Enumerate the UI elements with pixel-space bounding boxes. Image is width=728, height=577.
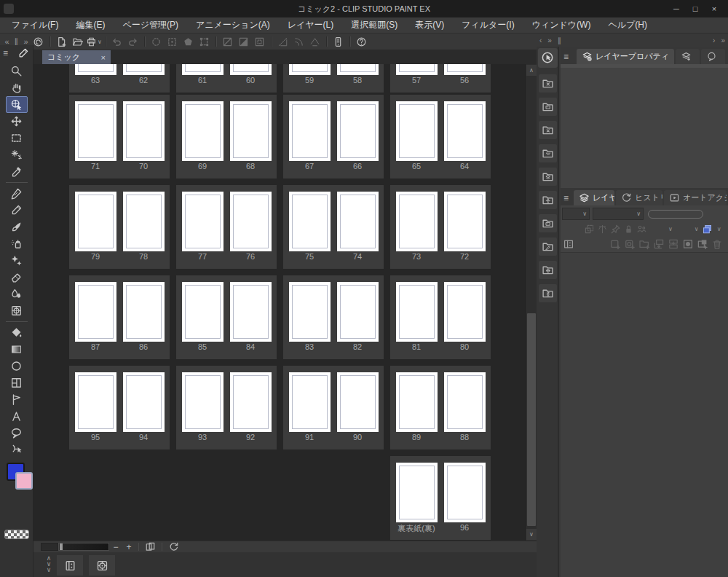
page-spread[interactable]: 59 58 (283, 64, 384, 93)
menu-item[interactable]: レイヤー(L) (279, 17, 343, 33)
page-thumbnail-right[interactable] (230, 372, 272, 432)
frame-border-tool[interactable] (6, 374, 28, 391)
minimize-button[interactable]: ─ (668, 3, 684, 15)
snap-grid-button[interactable] (307, 35, 323, 48)
page-thumbnail-left[interactable] (396, 463, 438, 522)
material-palette-8[interactable] (539, 238, 557, 256)
lock-transparent-button[interactable] (636, 224, 647, 235)
pencil-tool[interactable] (6, 202, 28, 219)
blend-tool[interactable] (6, 286, 28, 302)
maximize-button[interactable]: □ (687, 3, 703, 15)
layer-opacity-slider[interactable] (648, 210, 703, 219)
page-thumbnail-left[interactable] (289, 372, 331, 432)
decoration-tool[interactable] (6, 252, 28, 269)
page-thumbnail-left[interactable] (182, 101, 223, 161)
zoom-slider[interactable] (58, 543, 109, 551)
page-spread[interactable]: 83 82 (283, 275, 384, 359)
page-spread[interactable]: 73 72 (390, 185, 491, 269)
companion-mode-button[interactable] (331, 35, 347, 48)
page-thumbnail-left[interactable] (75, 101, 116, 161)
tab-auto-action[interactable]: オートアクション (664, 190, 727, 205)
page-thumbnail-left[interactable] (396, 64, 438, 75)
ruler-tool[interactable] (6, 391, 28, 408)
menu-item[interactable]: アニメーション(A) (187, 17, 279, 33)
line-correct-tool[interactable] (6, 441, 28, 458)
page-thumbnail-left[interactable] (182, 192, 223, 251)
eyedropper-tool[interactable] (6, 163, 28, 183)
page-spread[interactable]: 79 78 (69, 185, 170, 269)
zoom-value-box[interactable] (41, 543, 58, 551)
close-tab-icon[interactable]: × (101, 53, 106, 62)
redo-button[interactable] (125, 35, 141, 48)
new-layer-folder-button[interactable] (638, 238, 650, 250)
page-thumbnail-right[interactable] (444, 282, 486, 342)
material-palette-1[interactable] (539, 74, 557, 93)
tone-tool[interactable] (6, 302, 28, 322)
page-spread[interactable]: 61 60 (176, 64, 277, 93)
tool-palette-menu-icon[interactable]: ≡ (3, 48, 13, 58)
pen-tool[interactable] (6, 185, 28, 202)
page-spread[interactable]: 89 88 (390, 366, 491, 450)
tab-balloon[interactable] (701, 49, 725, 64)
page-thumbnail-left[interactable] (75, 372, 116, 432)
auto-select-tool[interactable] (6, 146, 28, 163)
menu-item[interactable]: ヘルプ(H) (599, 17, 656, 33)
page-spread[interactable]: 81 80 (390, 275, 491, 359)
page-spread[interactable]: 95 94 (69, 366, 170, 450)
layer-expression-select[interactable]: ∨ (593, 208, 644, 220)
material-palette-10[interactable] (539, 284, 557, 302)
canvas-view-button[interactable] (89, 555, 115, 576)
zoom-in-button[interactable]: + (122, 542, 135, 552)
page-spread[interactable]: 87 86 (69, 275, 170, 359)
export-print-button[interactable]: ∨ (86, 35, 102, 48)
page-thumbnail-left[interactable] (289, 282, 331, 342)
page-thumbnail-right[interactable] (123, 282, 165, 342)
reselect-button[interactable] (165, 35, 181, 48)
ruler-snap-button[interactable] (597, 224, 608, 235)
page-manager-view-button[interactable] (57, 555, 83, 576)
clip-to-layer-button[interactable] (584, 224, 595, 235)
create-mask-button[interactable] (682, 238, 694, 250)
snap-special-ruler-button[interactable] (291, 35, 307, 48)
reset-view-icon[interactable] (168, 541, 179, 552)
page-thumbnail-left[interactable] (289, 192, 331, 251)
menu-item[interactable]: ウィンドウ(W) (523, 17, 600, 33)
menu-item[interactable]: フィルター(I) (453, 17, 523, 33)
page-spread[interactable]: 裏表紙(裏) 96 (390, 456, 491, 540)
airbrush-tool[interactable] (6, 235, 28, 252)
apply-mask-button[interactable] (697, 238, 708, 250)
page-thumbnail-right[interactable] (337, 282, 379, 342)
transfer-down-button[interactable] (653, 238, 665, 250)
page-thumbnail-right[interactable] (230, 192, 272, 251)
menu-item[interactable]: 編集(E) (67, 17, 114, 33)
panel-menu-icon[interactable]: ≡ (563, 52, 575, 62)
deselect-button[interactable] (149, 35, 165, 48)
layer-option-select[interactable]: ∨ (695, 226, 699, 232)
page-thumbnail-right[interactable] (337, 192, 379, 251)
page-thumbnail-left[interactable] (75, 282, 116, 342)
page-thumbnail-right[interactable] (444, 64, 486, 75)
page-thumbnail-left[interactable] (396, 282, 438, 342)
page-thumbnail-right[interactable] (444, 372, 486, 432)
page-thumbnail-left[interactable] (182, 372, 223, 432)
page-thumbnail-left[interactable] (75, 64, 116, 75)
page-thumbnail-right[interactable] (230, 64, 272, 75)
page-thumbnail-right[interactable] (337, 372, 379, 432)
pin-button[interactable] (610, 224, 621, 235)
invert-selection-button[interactable] (181, 35, 197, 48)
selection-border-button[interactable] (220, 35, 236, 48)
new-vector-layer-button[interactable] (624, 238, 636, 250)
eraser-tool[interactable] (6, 269, 28, 286)
page-manager-canvas[interactable]: 63 62 61 60 59 58 (33, 64, 525, 541)
dock-expand-right-icon[interactable]: » (718, 36, 728, 44)
material-palette-5[interactable] (539, 168, 557, 186)
snap-ruler-button[interactable] (275, 35, 291, 48)
menu-item[interactable]: ファイル(F) (3, 17, 67, 33)
menu-item[interactable]: 選択範囲(S) (342, 17, 406, 33)
delete-layer-button[interactable] (711, 238, 723, 250)
scrollbar-thumb[interactable] (527, 313, 536, 526)
page-spread[interactable]: 65 64 (390, 95, 491, 178)
tab-layer-property[interactable]: レイヤープロパティ (577, 49, 674, 64)
gradient-tool[interactable] (6, 341, 28, 358)
page-thumbnail-left[interactable] (182, 64, 223, 75)
